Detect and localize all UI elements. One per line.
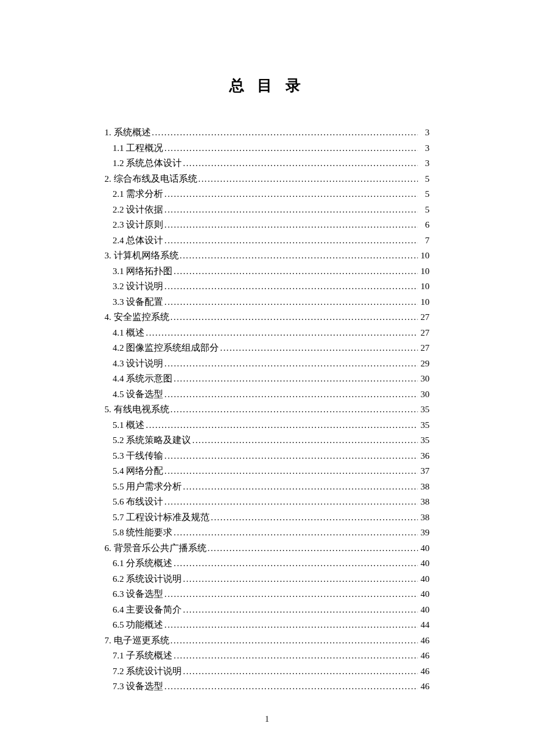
toc-entry-label: 6. 背景音乐公共广播系统 (104, 541, 207, 556)
toc-entry-label: 3.2 设计说明 (113, 279, 163, 294)
toc-entry-page: 30 (419, 371, 430, 387)
toc-entry: 5.4 网络分配37 (104, 463, 430, 479)
toc-entry-label: 5.8 统性能要求 (113, 525, 172, 541)
toc-entry-label: 2.1 需求分析 (113, 186, 163, 202)
toc-entry: 5. 有线电视系统35 (104, 402, 430, 417)
toc-leader-dots (163, 586, 419, 602)
toc-entry: 5.6 布线设计38 (104, 494, 430, 510)
toc-entry-label: 7.2 系统设计说明 (113, 664, 182, 679)
toc-entry-page: 35 (419, 417, 430, 433)
toc-entry-page: 27 (419, 309, 430, 325)
page-number: 1 (0, 715, 534, 724)
toc-entry-label: 7.1 子系统概述 (113, 648, 172, 664)
toc-entry: 4.5 设备选型30 (104, 387, 430, 402)
toc-entry-page: 35 (419, 433, 430, 448)
toc-entry: 3. 计算机网络系统10 (104, 248, 430, 264)
toc-leader-dots (151, 125, 420, 141)
toc-leader-dots (191, 433, 419, 448)
toc-entry: 3.1 网络拓扑图10 (104, 264, 430, 279)
toc-entry: 6.4 主要设备简介40 (104, 602, 430, 618)
toc-entry: 6. 背景音乐公共广播系统40 (104, 541, 430, 556)
toc-entry-label: 2.2 设计依据 (113, 202, 163, 218)
toc-leader-dots (172, 556, 419, 571)
toc-entry-label: 6.2 系统设计说明 (113, 571, 182, 587)
toc-entry-page: 5 (419, 171, 430, 187)
toc-entry-label: 5.1 概述 (113, 417, 145, 433)
toc-entry-label: 5.6 布线设计 (113, 494, 163, 510)
toc-entry-page: 46 (419, 664, 430, 679)
toc-entry-page: 5 (419, 186, 430, 202)
toc-entry: 5.1 概述35 (104, 417, 430, 433)
toc-entry-label: 3.3 设备配置 (113, 294, 163, 310)
toc-entry: 5.5 用户需求分析38 (104, 479, 430, 495)
toc-leader-dots (172, 264, 419, 279)
toc-entry-page: 40 (419, 571, 430, 587)
toc-leader-dots (163, 202, 419, 218)
toc-entry-label: 5.7 工程设计标准及规范 (113, 510, 210, 525)
toc-leader-dots (163, 217, 419, 233)
toc-entry-page: 46 (419, 648, 430, 664)
toc-entry: 1.2 系统总体设计3 (104, 156, 430, 171)
toc-entry-label: 4.1 概述 (113, 325, 145, 341)
toc-entry: 4. 安全监控系统27 (104, 309, 430, 325)
toc-entry: 6.5 功能概述44 (104, 617, 430, 633)
toc-entry-page: 10 (419, 264, 430, 279)
toc-entry-page: 10 (419, 248, 430, 264)
toc-entry: 2.3 设计原则6 (104, 217, 430, 233)
toc-entry-page: 10 (419, 294, 430, 310)
toc-entry: 3.2 设计说明10 (104, 279, 430, 294)
toc-entry-page: 38 (419, 494, 430, 510)
toc-leader-dots (163, 463, 419, 479)
toc-entry-label: 5.3 干线传输 (113, 448, 163, 464)
toc-entry: 5.7 工程设计标准及规范38 (104, 510, 430, 525)
toc-leader-dots (163, 356, 419, 372)
toc-entry: 2. 综合布线及电话系统5 (104, 171, 430, 187)
toc-entry: 7.2 系统设计说明46 (104, 664, 430, 679)
toc-entry-page: 46 (419, 633, 430, 649)
toc-entry-page: 36 (419, 448, 430, 464)
toc-entry-label: 1.1 工程概况 (113, 141, 163, 156)
toc-entry-label: 5.4 网络分配 (113, 463, 163, 479)
table-of-contents: 1. 系统概述31.1 工程概况31.2 系统总体设计32. 综合布线及电话系统… (52, 125, 482, 694)
toc-leader-dots (163, 448, 419, 464)
toc-entry: 5.3 干线传输36 (104, 448, 430, 464)
toc-entry-page: 3 (419, 156, 430, 171)
toc-leader-dots (197, 171, 420, 187)
toc-entry-page: 27 (419, 340, 430, 356)
toc-entry-page: 7 (419, 233, 430, 249)
toc-entry: 4.1 概述27 (104, 325, 430, 341)
toc-leader-dots (163, 679, 419, 694)
toc-leader-dots (163, 494, 419, 510)
toc-leader-dots (145, 325, 419, 341)
toc-entry-page: 40 (419, 556, 430, 571)
toc-leader-dots (182, 602, 419, 618)
toc-entry: 3.3 设备配置10 (104, 294, 430, 310)
toc-leader-dots (207, 541, 420, 556)
toc-entry: 5.2 系统策略及建议35 (104, 433, 430, 448)
toc-entry-page: 30 (419, 387, 430, 402)
toc-entry-label: 4.5 设备选型 (113, 387, 163, 402)
toc-leader-dots (210, 510, 419, 525)
toc-entry: 6.3 设备选型40 (104, 586, 430, 602)
toc-entry: 1. 系统概述3 (104, 125, 430, 141)
toc-entry-label: 3. 计算机网络系统 (104, 248, 179, 264)
toc-entry-label: 7. 电子巡更系统 (104, 633, 169, 649)
toc-entry-page: 5 (419, 202, 430, 218)
toc-entry-label: 5. 有线电视系统 (104, 402, 169, 417)
toc-entry: 5.8 统性能要求39 (104, 525, 430, 541)
toc-entry: 2.2 设计依据5 (104, 202, 430, 218)
toc-leader-dots (172, 525, 419, 541)
toc-entry-label: 5.2 系统策略及建议 (113, 433, 191, 448)
toc-leader-dots (219, 340, 419, 356)
toc-entry: 4.2 图像监控系统组成部分27 (104, 340, 430, 356)
toc-entry-page: 29 (419, 356, 430, 372)
toc-entry-page: 10 (419, 279, 430, 294)
toc-leader-dots (163, 294, 419, 310)
toc-entry: 2.1 需求分析5 (104, 186, 430, 202)
toc-leader-dots (182, 571, 419, 587)
toc-leader-dots (163, 279, 419, 294)
toc-leader-dots (172, 371, 419, 387)
toc-entry-label: 4.4 系统示意图 (113, 371, 172, 387)
toc-entry-label: 7.3 设备选型 (113, 679, 163, 694)
toc-leader-dots (163, 387, 419, 402)
